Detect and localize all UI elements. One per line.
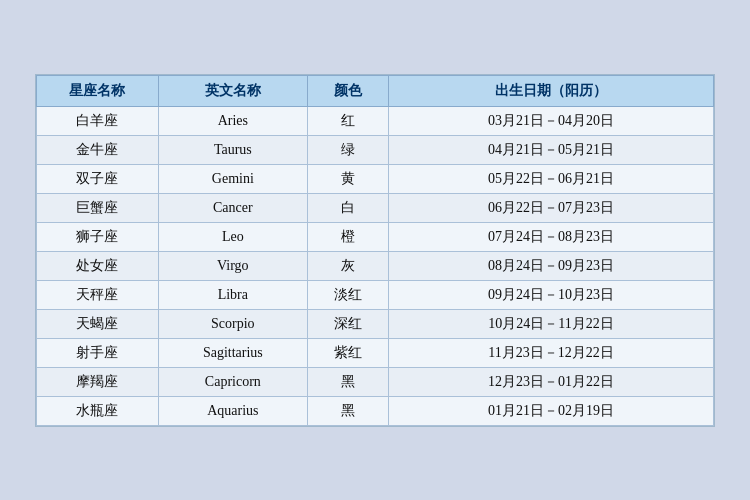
cell-en: Scorpio [158,309,307,338]
cell-date: 12月23日－01月22日 [389,367,714,396]
header-date: 出生日期（阳历） [389,75,714,106]
cell-zh: 金牛座 [37,135,159,164]
cell-zh: 天蝎座 [37,309,159,338]
cell-color: 绿 [307,135,388,164]
header-color: 颜色 [307,75,388,106]
cell-color: 黄 [307,164,388,193]
table-row: 摩羯座Capricorn黑12月23日－01月22日 [37,367,714,396]
cell-color: 白 [307,193,388,222]
zodiac-table-container: 星座名称 英文名称 颜色 出生日期（阳历） 白羊座Aries红03月21日－04… [35,74,715,427]
cell-zh: 白羊座 [37,106,159,135]
cell-zh: 狮子座 [37,222,159,251]
cell-color: 灰 [307,251,388,280]
table-row: 水瓶座Aquarius黑01月21日－02月19日 [37,396,714,425]
header-en: 英文名称 [158,75,307,106]
cell-en: Leo [158,222,307,251]
cell-color: 黑 [307,396,388,425]
table-row: 巨蟹座Cancer白06月22日－07月23日 [37,193,714,222]
cell-color: 橙 [307,222,388,251]
cell-zh: 双子座 [37,164,159,193]
cell-zh: 天秤座 [37,280,159,309]
cell-color: 红 [307,106,388,135]
table-row: 双子座Gemini黄05月22日－06月21日 [37,164,714,193]
cell-zh: 射手座 [37,338,159,367]
cell-en: Virgo [158,251,307,280]
table-row: 天秤座Libra淡红09月24日－10月23日 [37,280,714,309]
cell-en: Aries [158,106,307,135]
cell-date: 11月23日－12月22日 [389,338,714,367]
cell-date: 06月22日－07月23日 [389,193,714,222]
cell-zh: 处女座 [37,251,159,280]
cell-en: Cancer [158,193,307,222]
table-row: 白羊座Aries红03月21日－04月20日 [37,106,714,135]
table-header-row: 星座名称 英文名称 颜色 出生日期（阳历） [37,75,714,106]
table-row: 天蝎座Scorpio深红10月24日－11月22日 [37,309,714,338]
zodiac-table: 星座名称 英文名称 颜色 出生日期（阳历） 白羊座Aries红03月21日－04… [36,75,714,426]
cell-date: 05月22日－06月21日 [389,164,714,193]
cell-color: 黑 [307,367,388,396]
cell-color: 淡红 [307,280,388,309]
cell-date: 03月21日－04月20日 [389,106,714,135]
table-row: 射手座Sagittarius紫红11月23日－12月22日 [37,338,714,367]
header-zh: 星座名称 [37,75,159,106]
table-row: 处女座Virgo灰08月24日－09月23日 [37,251,714,280]
cell-en: Capricorn [158,367,307,396]
cell-zh: 巨蟹座 [37,193,159,222]
cell-en: Gemini [158,164,307,193]
cell-date: 08月24日－09月23日 [389,251,714,280]
cell-date: 10月24日－11月22日 [389,309,714,338]
table-row: 狮子座Leo橙07月24日－08月23日 [37,222,714,251]
cell-color: 紫红 [307,338,388,367]
cell-en: Aquarius [158,396,307,425]
cell-zh: 摩羯座 [37,367,159,396]
cell-zh: 水瓶座 [37,396,159,425]
table-row: 金牛座Taurus绿04月21日－05月21日 [37,135,714,164]
cell-date: 01月21日－02月19日 [389,396,714,425]
table-body: 白羊座Aries红03月21日－04月20日金牛座Taurus绿04月21日－0… [37,106,714,425]
cell-date: 07月24日－08月23日 [389,222,714,251]
cell-en: Taurus [158,135,307,164]
cell-date: 09月24日－10月23日 [389,280,714,309]
cell-en: Sagittarius [158,338,307,367]
cell-date: 04月21日－05月21日 [389,135,714,164]
cell-en: Libra [158,280,307,309]
cell-color: 深红 [307,309,388,338]
